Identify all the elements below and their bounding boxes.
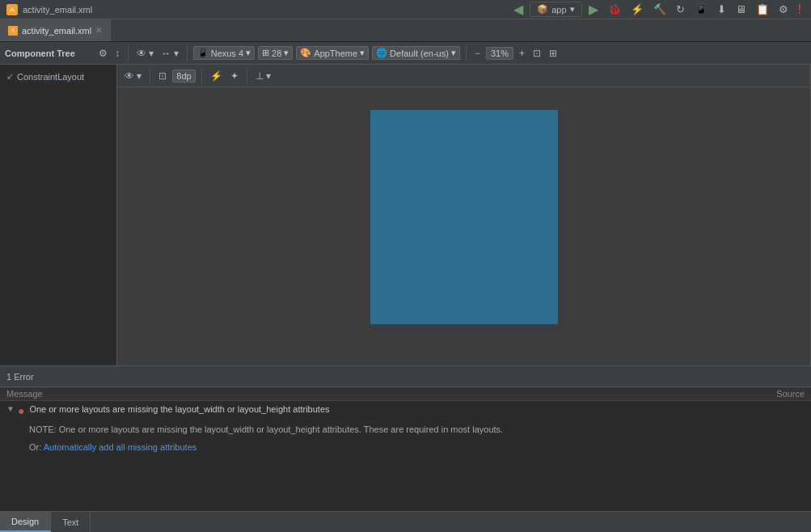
device-arrow: ▾ [246, 48, 251, 58]
theme-dropdown[interactable]: 🎨 AppTheme ▾ [296, 46, 369, 60]
main-area: ↙ ConstraintLayout 👁 ▾ ⊡ 8dp ⚡ ✦ ⊥ ▾ [0, 65, 811, 365]
render-eye-button[interactable]: 👁 ▾ [122, 69, 144, 83]
canvas-area[interactable] [117, 87, 810, 365]
component-tree-content: ↙ ConstraintLayout [0, 65, 116, 88]
autoconnect-button[interactable]: ⊡ [156, 69, 169, 83]
locale-arrow: ▾ [451, 48, 456, 58]
error-expand-icon[interactable]: ▼ [6, 404, 15, 413]
theme-label: AppTheme [314, 49, 357, 58]
title-bar-actions: ◀ 📦 app ▾ ▶ 🐞 ⚡ 🔨 ↻ 📱 ⬇ 🖥 📋 ⚙ ! [510, 0, 805, 19]
zoom-in-button[interactable]: + [517, 46, 527, 61]
constraint-layout-icon: ↙ [6, 71, 14, 82]
st-sep3 [247, 69, 247, 83]
error-panel: 1 Error Message Source ▼ ● One or more l… [0, 365, 811, 511]
app-label: app [551, 5, 566, 15]
zoom-value: 31% [491, 49, 509, 58]
avd-button[interactable]: 📱 [691, 2, 711, 17]
component-tree-label: Component Tree [5, 49, 75, 58]
error-or-label: Or: [29, 442, 41, 452]
col-message-label: Message [6, 389, 756, 399]
bottom-section: 1 Error Message Source ▼ ● One or more l… [0, 365, 811, 532]
error-count-label: 1 Error [6, 372, 34, 382]
app-icon: A [6, 4, 18, 15]
col-source-label: Source [756, 389, 805, 399]
tab-text-label: Text [62, 517, 78, 527]
theme-icon: 🎨 [300, 48, 311, 58]
file-tab-activity-email[interactable]: X activity_email.xml ✕ [0, 19, 111, 41]
eye-dropdown-button[interactable]: 👁 ▾ [134, 46, 156, 61]
device-dropdown[interactable]: 📱 Nexus 4 ▾ [193, 46, 255, 60]
xml-file-icon: X [8, 26, 18, 36]
run-prev-icon[interactable]: ◀ [510, 0, 526, 19]
run-button[interactable]: ▶ [585, 0, 602, 19]
file-tab-label: activity_email.xml [22, 26, 91, 36]
api-label: 28 [272, 49, 281, 58]
component-tree-panel: ↙ ConstraintLayout [0, 65, 117, 365]
device-preview-frame [370, 110, 558, 324]
device-icon: 📱 [197, 48, 209, 58]
error-circle-icon: ● [18, 404, 24, 417]
debug-button[interactable]: 🐞 [605, 2, 624, 17]
infer-constraints-button[interactable]: ⚡ [208, 69, 225, 83]
second-toolbar: 👁 ▾ ⊡ 8dp ⚡ ✦ ⊥ ▾ [117, 65, 810, 87]
view-mode-section: 👁 ▾ ↔ ▾ [134, 46, 181, 61]
file-tab-bar: X activity_email.xml ✕ [0, 19, 811, 42]
profile-button[interactable]: ⚡ [627, 2, 647, 17]
align-vertical-button[interactable]: ⊥ ▾ [253, 69, 273, 83]
tree-item-constraint-layout[interactable]: ↙ ConstraintLayout [3, 70, 113, 83]
error-panel-header: 1 Error [0, 366, 811, 387]
title-bar-filename: activity_email.xml [23, 5, 92, 15]
component-tree-toolbar: Component Tree ⚙ ↕ [5, 46, 122, 61]
title-bar: A activity_email.xml ◀ 📦 app ▾ ▶ 🐞 ⚡ 🔨 ↻… [0, 0, 811, 19]
editor-toolbar: Component Tree ⚙ ↕ 👁 ▾ ↔ ▾ 📱 Nexus 4 ▾ ⊞… [0, 42, 811, 65]
editor-area: 👁 ▾ ⊡ 8dp ⚡ ✦ ⊥ ▾ [117, 65, 810, 365]
zoom-out-button[interactable]: − [472, 46, 483, 61]
tree-arrow-button[interactable]: ↕ [112, 46, 122, 61]
st-sep2 [201, 69, 202, 83]
tab-close-button[interactable]: ✕ [95, 26, 102, 35]
component-tree-icons: ⚙ ↕ [96, 46, 122, 61]
app-icon-small: 📦 [537, 4, 548, 15]
theme-arrow: ▾ [360, 48, 365, 58]
tab-text[interactable]: Text [51, 512, 91, 532]
st-sep1 [150, 69, 150, 83]
locale-label: Default (en-us) [390, 49, 449, 58]
device-label: Nexus 4 [211, 49, 243, 58]
zoom-actual-button[interactable]: ⊞ [547, 46, 560, 61]
tree-gear-button[interactable]: ⚙ [96, 46, 110, 61]
logcat-button[interactable]: 📋 [753, 2, 772, 17]
sync-button[interactable]: ↻ [673, 2, 688, 17]
margin-label: 8dp [176, 71, 191, 81]
bottom-tab-bar: Design Text [0, 511, 811, 532]
build-button[interactable]: 🔨 [650, 2, 669, 17]
margin-dropdown[interactable]: 8dp [172, 70, 195, 82]
zoom-level: 31% [486, 47, 513, 60]
constraint-layout-label: ConstraintLayout [17, 72, 84, 82]
api-icon: ⊞ [262, 48, 269, 58]
app-dropdown-arrow: ▾ [570, 4, 575, 15]
error-note-text: NOTE: One or more layouts are missing th… [0, 420, 811, 439]
magic-button[interactable]: ✦ [228, 69, 241, 83]
tab-design[interactable]: Design [0, 512, 51, 532]
error-indicator[interactable]: ! [795, 1, 805, 19]
api-dropdown[interactable]: ⊞ 28 ▾ [258, 46, 293, 60]
settings-button[interactable]: ⚙ [775, 2, 792, 17]
error-summary-text: One or more layouts are missing the layo… [29, 404, 805, 414]
error-row: ▼ ● One or more layouts are missing the … [0, 401, 811, 420]
tab-design-label: Design [11, 517, 39, 526]
api-arrow: ▾ [284, 48, 289, 58]
app-dropdown[interactable]: 📦 app ▾ [530, 2, 581, 17]
sdk-button[interactable]: ⬇ [714, 2, 729, 17]
device-manager-button[interactable]: 🖥 [733, 2, 750, 17]
zoom-fit-button[interactable]: ⊡ [530, 46, 543, 61]
locale-dropdown[interactable]: 🌐 Default (en-us) ▾ [372, 46, 460, 60]
orientation-button[interactable]: ↔ ▾ [158, 46, 180, 61]
error-or-text: Or: Automatically add all missing attrib… [0, 439, 811, 455]
locale-icon: 🌐 [376, 48, 387, 58]
toolbar-separator-1 [128, 46, 129, 61]
error-table-header: Message Source [0, 387, 811, 401]
toolbar-separator-3 [466, 46, 467, 61]
toolbar-separator-2 [187, 46, 188, 61]
error-fix-link[interactable]: Automatically add all missing attributes [44, 442, 197, 452]
